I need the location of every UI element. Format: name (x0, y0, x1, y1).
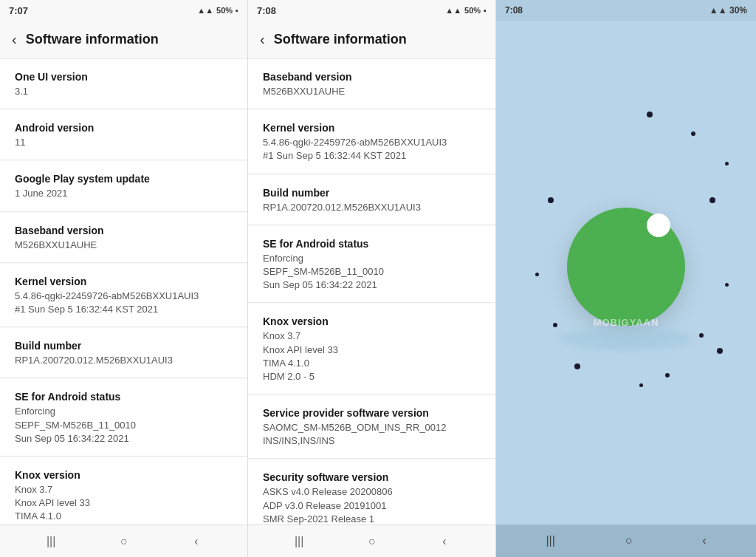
info-item: Knox versionKnox 3.7 Knox API level 33 T… (248, 304, 495, 394)
signal-icon-3: ▲▲ (709, 5, 727, 16)
scroll-content-2[interactable]: Baseband versionM526BXXU1AUHEKernel vers… (248, 59, 495, 524)
info-label: Knox version (263, 315, 481, 327)
info-label: Kernel version (15, 276, 233, 287)
bottom-nav-3: ||| ○ ‹ (496, 524, 756, 557)
info-item: Build numberRP1A.200720.012.M526BXXU1AUI… (0, 328, 247, 378)
info-item: Kernel version5.4.86-qgki-22459726-abM52… (248, 110, 495, 174)
signal-icon-2: ▲▲ (445, 6, 461, 15)
info-item: Service provider software versionSAOMC_S… (248, 395, 495, 459)
time-2: 7:08 (257, 5, 276, 16)
back-button-1[interactable]: ‹ (12, 31, 17, 48)
info-label: Kernel version (263, 122, 481, 134)
status-bar-2: 7:08 ▲▲ 50% ▪ (248, 0, 495, 21)
info-value: 5.4.86-qgki-22459726-abM526BXXU1AUI3 #1 … (263, 136, 481, 163)
info-item: Google Play system update1 June 2021 (0, 161, 247, 211)
info-value: 5.4.86-qgki-22459726-abM526BXXU1AUI3 #1 … (15, 290, 233, 316)
bottom-nav-2: ||| ○ ‹ (248, 524, 495, 557)
menu-button-3[interactable]: ||| (546, 534, 554, 547)
info-label: One UI version (15, 71, 233, 83)
info-label: Security software version (263, 471, 481, 483)
info-value: 11 (15, 136, 233, 149)
menu-button-2[interactable]: ||| (288, 530, 310, 553)
android-easter-egg[interactable]: MOBIGYAAN (496, 21, 756, 524)
info-label: Google Play system update (15, 173, 233, 185)
info-label: Build number (15, 340, 233, 352)
info-value: Enforcing SEPF_SM-M526B_11_0010 Sun Sep … (263, 252, 481, 293)
panel-3-android: 7:08 ▲▲ 30% MOBIGYAAN ||| ○ ‹ (496, 0, 756, 557)
info-value: ASKS v4.0 Release 20200806 ADP v3.0 Rele… (263, 485, 481, 524)
info-value: RP1A.200720.012.M526BXXU1AUI3 (15, 354, 233, 367)
info-item: Android version11 (0, 110, 247, 160)
info-label: Knox version (15, 469, 233, 481)
info-label: Baseband version (15, 225, 233, 236)
panel-2: 7:08 ▲▲ 50% ▪ ‹ Software information Bas… (248, 0, 496, 557)
time-3: 7:08 (505, 5, 523, 16)
status-bar-1: 7:07 ▲▲ 50% ▪ (0, 0, 247, 21)
menu-button-1[interactable]: ||| (40, 530, 62, 553)
time-1: 7:07 (9, 5, 28, 16)
battery-3: 30% (729, 5, 747, 16)
android-dot (665, 373, 670, 377)
info-value: M526BXXU1AUHE (15, 239, 233, 252)
signal-icon-1: ▲▲ (197, 6, 213, 15)
battery-icon-2: ▪ (484, 6, 487, 15)
bottom-nav-1: ||| ○ ‹ (0, 524, 247, 557)
info-item: Kernel version5.4.86-qgki-22459726-abM52… (0, 264, 247, 327)
status-icons-2: ▲▲ 50% ▪ (445, 6, 487, 15)
android-white-dot (647, 213, 670, 237)
info-item: SE for Android statusEnforcing SEPF_SM-M… (0, 379, 247, 457)
info-value: Knox 3.7 Knox API level 33 TIMA 4.1.0 HD… (15, 483, 233, 524)
status-icons-3: ▲▲ 30% (709, 5, 747, 16)
header-title-1: Software information (26, 32, 159, 47)
android-shadow (560, 328, 693, 350)
battery-1: 50% (216, 6, 233, 15)
battery-2: 50% (464, 6, 481, 15)
home-button-2[interactable]: ○ (360, 530, 382, 553)
info-value: Enforcing SEPF_SM-M526B_11_0010 Sun Sep … (15, 405, 233, 445)
info-item: Build numberRP1A.200720.012.M526BXXU1AUI… (248, 175, 495, 225)
info-label: Android version (15, 122, 233, 134)
info-item: Security software versionASKS v4.0 Relea… (248, 459, 495, 524)
info-item: Baseband versionM526BXXU1AUHE (0, 213, 247, 263)
info-label: Service provider software version (263, 407, 481, 419)
header-title-2: Software information (274, 32, 407, 47)
nav-header-1: ‹ Software information (0, 21, 247, 59)
android-dot (699, 333, 704, 338)
android-dot (553, 323, 557, 327)
android-dot (548, 197, 554, 203)
info-item: One UI version3.1 (0, 59, 247, 109)
info-value: SAOMC_SM-M526B_ODM_INS_RR_0012 INS/INS,I… (263, 421, 481, 448)
back-nav-button-3[interactable]: ‹ (702, 534, 706, 547)
info-value: 3.1 (15, 85, 233, 98)
battery-icon-1: ▪ (236, 6, 238, 15)
android-dot (709, 197, 715, 203)
info-value: M526BXXU1AUHE (263, 85, 481, 98)
info-item: SE for Android statusEnforcing SEPF_SM-M… (248, 226, 495, 304)
info-label: Build number (263, 187, 481, 199)
android-dot (639, 383, 643, 387)
home-button-3[interactable]: ○ (625, 534, 633, 547)
status-bar-3: 7:08 ▲▲ 30% (496, 0, 756, 21)
android-dot (535, 273, 539, 276)
status-icons-1: ▲▲ 50% ▪ (197, 6, 238, 15)
info-value: RP1A.200720.012.M526BXXU1AUI3 (263, 201, 481, 214)
android-dot (717, 348, 723, 354)
android-dot (647, 112, 653, 117)
scroll-content-1[interactable]: One UI version3.1Android version11Google… (0, 59, 247, 524)
nav-header-2: ‹ Software information (248, 21, 495, 59)
android-dot (725, 283, 729, 287)
android-dot (574, 363, 580, 369)
android-dot (691, 131, 695, 136)
info-label: Baseband version (263, 71, 481, 83)
info-label: SE for Android status (15, 391, 233, 403)
back-nav-button-2[interactable]: ‹ (433, 530, 456, 553)
info-value: 1 June 2021 (15, 187, 233, 200)
back-nav-button-1[interactable]: ‹ (185, 530, 207, 553)
info-item: Knox versionKnox 3.7 Knox API level 33 T… (0, 457, 247, 524)
back-button-2[interactable]: ‹ (260, 31, 265, 48)
info-label: SE for Android status (263, 238, 481, 250)
home-button-1[interactable]: ○ (112, 530, 134, 553)
panel-1: 7:07 ▲▲ 50% ▪ ‹ Software information One… (0, 0, 248, 557)
android-dot (725, 162, 729, 165)
info-value: Knox 3.7 Knox API level 33 TIMA 4.1.0 HD… (263, 329, 481, 383)
